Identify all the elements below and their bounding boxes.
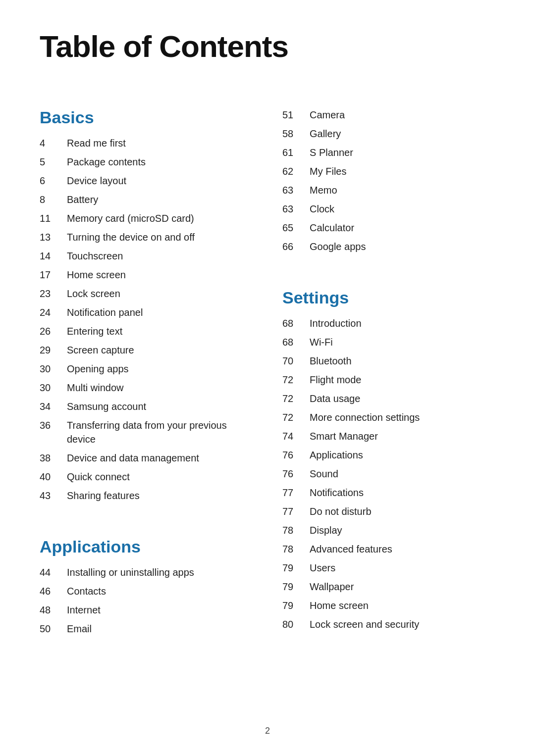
item-text: Calculator — [310, 221, 354, 235]
toc-item: 13Turning the device on and off — [40, 230, 253, 244]
page-num: 17 — [40, 268, 67, 282]
toc-item: 8Battery — [40, 193, 253, 206]
item-text: Opening apps — [67, 362, 129, 376]
page-num: 79 — [282, 599, 310, 612]
page-num: 65 — [282, 221, 310, 235]
toc-item: 70Bluetooth — [282, 354, 495, 368]
page-num: 74 — [282, 429, 310, 443]
page-num: 36 — [40, 418, 67, 432]
page-num: 72 — [282, 410, 310, 424]
item-text: Turning the device on and off — [67, 230, 195, 244]
page-num: 13 — [40, 230, 67, 244]
item-text: Entering text — [67, 324, 122, 338]
toc-item: 79Users — [282, 561, 495, 575]
item-text: Wallpaper — [310, 580, 354, 594]
toc-item: 40Quick connect — [40, 470, 253, 484]
page-num: 29 — [40, 343, 67, 357]
item-text: Samsung account — [67, 400, 146, 413]
toc-item: 61S Planner — [282, 146, 495, 159]
toc-item: 50Email — [40, 622, 253, 636]
page-num: 30 — [40, 362, 67, 376]
page-num: 40 — [40, 470, 67, 484]
item-text: Users — [310, 561, 335, 575]
basics-list: 4Read me first5Package contents6Device l… — [40, 136, 253, 507]
page-container: Table of Contents Basics 4Read me first5… — [0, 0, 535, 756]
page-num: 63 — [282, 183, 310, 197]
content-grid: Basics 4Read me first5Package contents6D… — [40, 103, 495, 665]
item-text: Display — [310, 523, 342, 537]
item-text: Read me first — [67, 136, 126, 150]
toc-item: 65Calculator — [282, 221, 495, 235]
toc-item: 80Lock screen and security — [282, 617, 495, 631]
toc-item: 68Introduction — [282, 316, 495, 330]
page-num: 70 — [282, 354, 310, 368]
item-text: Smart Manager — [310, 429, 378, 443]
toc-item: 4Read me first — [40, 136, 253, 150]
item-text: Bluetooth — [310, 354, 352, 368]
page-num: 14 — [40, 249, 67, 263]
item-text: Applications — [310, 448, 363, 462]
item-text: Camera — [310, 108, 345, 122]
page-num: 68 — [282, 335, 310, 349]
item-text: Device layout — [67, 174, 126, 188]
toc-item: 5Package contents — [40, 155, 253, 169]
applications-heading: Applications — [40, 537, 253, 556]
toc-item: 76Sound — [282, 467, 495, 481]
page-num: 77 — [282, 486, 310, 500]
toc-item: 63Memo — [282, 183, 495, 197]
page-number: 2 — [265, 726, 270, 736]
page-num: 72 — [282, 392, 310, 405]
toc-item: 76Applications — [282, 448, 495, 462]
item-text: Internet — [67, 603, 101, 617]
item-text: Multi window — [67, 381, 123, 395]
page-num: 50 — [40, 622, 67, 636]
page-num: 6 — [40, 174, 67, 188]
item-text: Notification panel — [67, 305, 143, 319]
applications-list: 44Installing or uninstalling apps46Conta… — [40, 565, 253, 641]
apps-continued-list: 51Camera58Gallery61S Planner62My Files63… — [282, 108, 495, 258]
page-num: 79 — [282, 561, 310, 575]
toc-item: 72More connection settings — [282, 410, 495, 424]
toc-item: 30Multi window — [40, 381, 253, 395]
item-text: Touchscreen — [67, 249, 123, 263]
page-num: 77 — [282, 504, 310, 518]
toc-item: 46Contacts — [40, 584, 253, 598]
toc-item: 23Lock screen — [40, 287, 253, 301]
page-num: 61 — [282, 146, 310, 159]
toc-item: 78Display — [282, 523, 495, 537]
page-num: 76 — [282, 448, 310, 462]
page-num: 58 — [282, 127, 310, 141]
item-text: Battery — [67, 193, 98, 206]
page-num: 80 — [282, 617, 310, 631]
toc-item: 43Sharing features — [40, 489, 253, 503]
toc-item: 29Screen capture — [40, 343, 253, 357]
item-text: Sharing features — [67, 489, 140, 503]
item-text: Memory card (microSD card) — [67, 211, 194, 225]
toc-item: 17Home screen — [40, 268, 253, 282]
toc-item: 36Transferring data from your previous d… — [40, 418, 253, 446]
item-text: Email — [67, 622, 92, 636]
page-num: 43 — [40, 489, 67, 503]
toc-item: 72Data usage — [282, 392, 495, 405]
item-text: Wi-Fi — [310, 335, 333, 349]
left-column: Basics 4Read me first5Package contents6D… — [40, 103, 253, 665]
item-text: Installing or uninstalling apps — [67, 565, 194, 579]
item-text: Quick connect — [67, 470, 130, 484]
item-text: Sound — [310, 467, 338, 481]
item-text: Lock screen — [67, 287, 120, 301]
toc-item: 26Entering text — [40, 324, 253, 338]
page-num: 23 — [40, 287, 67, 301]
toc-item: 74Smart Manager — [282, 429, 495, 443]
toc-item: 72Flight mode — [282, 373, 495, 387]
toc-item: 6Device layout — [40, 174, 253, 188]
page-title: Table of Contents — [40, 30, 495, 63]
toc-item: 58Gallery — [282, 127, 495, 141]
right-column: 51Camera58Gallery61S Planner62My Files63… — [282, 103, 495, 665]
item-text: Gallery — [310, 127, 341, 141]
toc-item: 63Clock — [282, 202, 495, 216]
toc-item: 44Installing or uninstalling apps — [40, 565, 253, 579]
item-text: My Files — [310, 164, 346, 178]
page-num: 11 — [40, 211, 67, 225]
toc-item: 51Camera — [282, 108, 495, 122]
toc-item: 11Memory card (microSD card) — [40, 211, 253, 225]
